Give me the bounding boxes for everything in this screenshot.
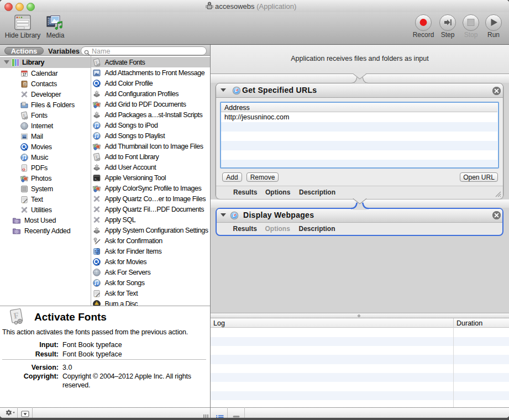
svg-text:>_: >_ [95, 177, 98, 181]
svg-text:17: 17 [23, 72, 27, 76]
svg-text:@: @ [23, 82, 27, 86]
